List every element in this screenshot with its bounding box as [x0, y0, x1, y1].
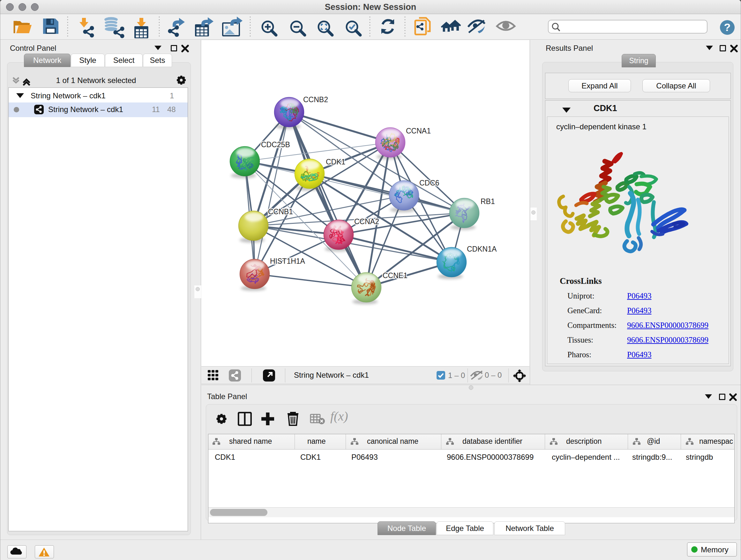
svg-text:CCNA2: CCNA2	[354, 217, 379, 226]
svg-text:CCNB2: CCNB2	[303, 96, 328, 104]
svg-text:RB1: RB1	[481, 197, 495, 206]
svg-text:CDKN1A: CDKN1A	[467, 245, 497, 253]
svg-text:HIST1H1A: HIST1H1A	[270, 257, 306, 265]
svg-text:CDK1: CDK1	[326, 158, 345, 166]
svg-text:CCNA1: CCNA1	[406, 127, 431, 135]
svg-text:CCNE1: CCNE1	[383, 271, 408, 280]
svg-text:CCNB1: CCNB1	[268, 207, 293, 216]
svg-text:CDC25B: CDC25B	[261, 140, 290, 149]
svg-text:CDC6: CDC6	[419, 179, 440, 187]
